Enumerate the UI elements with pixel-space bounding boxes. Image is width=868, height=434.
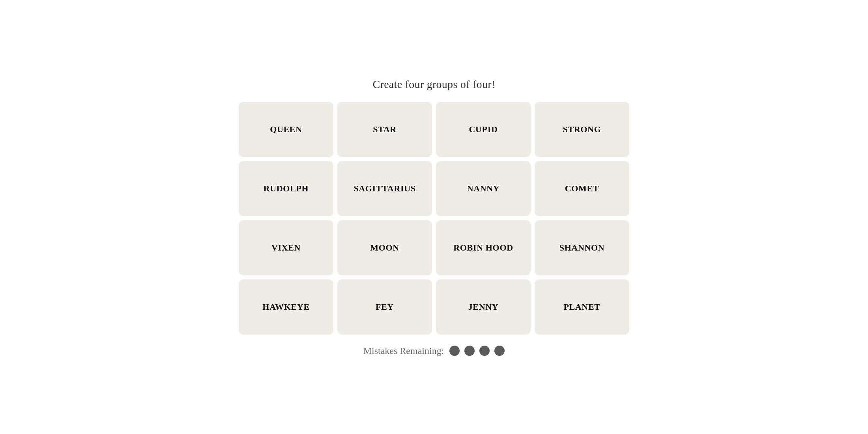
tile-label-rudolph: RUDOLPH [259, 183, 314, 194]
tile-planet[interactable]: PLANET [535, 279, 629, 335]
tile-hawkeye[interactable]: HAWKEYE [239, 279, 333, 335]
mistake-dot-4 [494, 346, 505, 356]
tile-moon[interactable]: MOON [337, 220, 432, 275]
tile-label-fey: FEY [371, 302, 398, 312]
tile-fey[interactable]: FEY [337, 279, 432, 335]
tile-label-jenny: JENNY [464, 302, 503, 312]
tile-label-sagittarius: SAGITTARIUS [349, 183, 420, 194]
mistake-dot-3 [479, 346, 490, 356]
tile-strong[interactable]: STRONG [535, 102, 629, 157]
tile-nanny[interactable]: NANNY [436, 161, 531, 216]
instruction-text: Create four groups of four! [373, 78, 496, 91]
mistake-dot-1 [449, 346, 460, 356]
tile-shannon[interactable]: SHANNON [535, 220, 629, 275]
tile-grid: QUEENSTARCUPIDSTRONGRUDOLPHSAGITTARIUSNA… [239, 102, 629, 335]
tile-jenny[interactable]: JENNY [436, 279, 531, 335]
tile-cupid[interactable]: CUPID [436, 102, 531, 157]
tile-label-star: STAR [368, 124, 401, 135]
tile-label-comet: COMET [560, 183, 604, 194]
mistake-dot-2 [464, 346, 475, 356]
tile-label-nanny: NANNY [462, 183, 505, 194]
tile-label-strong: STRONG [558, 124, 606, 135]
mistakes-row: Mistakes Remaining: [363, 346, 505, 356]
tile-vixen[interactable]: VIXEN [239, 220, 333, 275]
tile-star[interactable]: STAR [337, 102, 432, 157]
tile-label-hawkeye: HAWKEYE [258, 302, 314, 312]
tile-queen[interactable]: QUEEN [239, 102, 333, 157]
tile-label-moon: MOON [365, 243, 404, 253]
game-container: Create four groups of four! QUEENSTARCUP… [217, 78, 651, 356]
tile-rudolph[interactable]: RUDOLPH [239, 161, 333, 216]
mistakes-label: Mistakes Remaining: [363, 346, 444, 356]
dots-container [449, 346, 505, 356]
tile-label-shannon: SHANNON [555, 243, 610, 253]
tile-label-queen: QUEEN [265, 124, 307, 135]
tile-label-cupid: CUPID [464, 124, 503, 135]
tile-label-planet: PLANET [559, 302, 605, 312]
tile-label-robin-hood: ROBIN HOOD [449, 243, 518, 253]
tile-sagittarius[interactable]: SAGITTARIUS [337, 161, 432, 216]
tile-label-vixen: VIXEN [267, 243, 305, 253]
tile-comet[interactable]: COMET [535, 161, 629, 216]
tile-robin-hood[interactable]: ROBIN HOOD [436, 220, 531, 275]
